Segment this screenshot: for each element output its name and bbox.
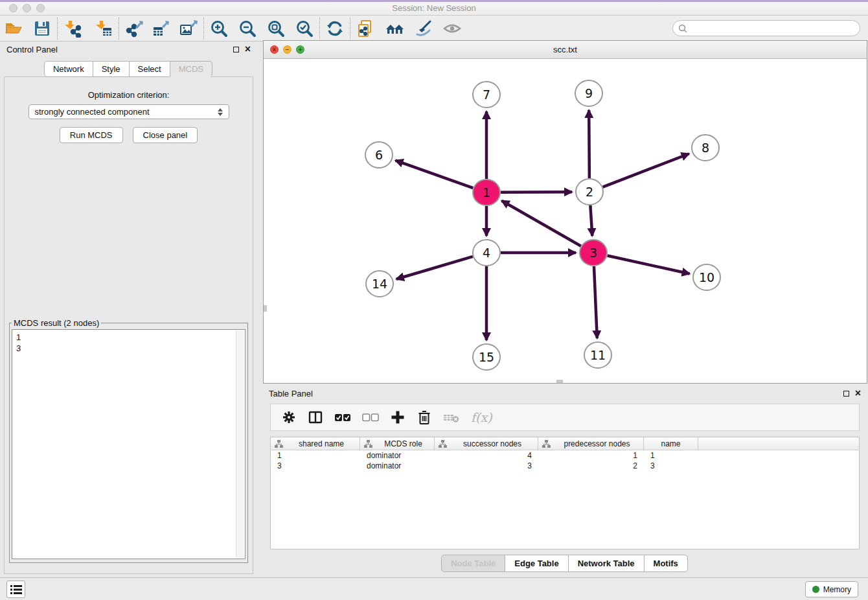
first-neighbors-icon[interactable]	[385, 19, 405, 38]
duplicate-network-icon[interactable]	[356, 19, 375, 38]
criterion-select[interactable]: strongly connected component	[29, 104, 229, 119]
vertical-scroll-thumb[interactable]	[264, 305, 267, 312]
select-all-columns-icon[interactable]	[334, 410, 351, 425]
mcds-result-line: 1	[16, 332, 241, 343]
graph-edge-1-6[interactable]	[395, 161, 473, 188]
tab-style[interactable]: Style	[93, 61, 130, 77]
result-scrollbar[interactable]	[236, 330, 244, 558]
control-panel-tabs: Network Style Select MCDS	[0, 61, 257, 77]
import-network-icon[interactable]	[63, 19, 82, 38]
graph-node-label: 3	[589, 246, 597, 260]
tab-edge-table[interactable]: Edge Table	[505, 555, 568, 572]
graph-edge-3-1[interactable]	[502, 201, 581, 246]
unselect-all-columns-icon[interactable]	[362, 410, 379, 425]
tab-motifs[interactable]: Motifs	[644, 555, 688, 572]
graph-edge-2-8[interactable]	[603, 154, 689, 187]
column-header-predecessor-nodes[interactable]: predecessor nodes	[538, 437, 644, 450]
float-panel-icon[interactable]	[233, 47, 239, 52]
cell-mcds-role[interactable]: dominator	[360, 451, 435, 460]
graph-edge-3-10[interactable]	[607, 255, 689, 273]
list-icon	[10, 584, 22, 595]
tab-network[interactable]: Network	[44, 61, 93, 77]
tab-node-table[interactable]: Node Table	[441, 555, 505, 572]
graph-node-label: 2	[586, 185, 593, 199]
application-window: Session: New Session	[0, 0, 868, 600]
main-toolbar	[0, 16, 868, 41]
memory-label: Memory	[823, 585, 851, 594]
column-header-shared-name[interactable]: shared name	[271, 437, 360, 450]
close-panel-button[interactable]: Close panel	[133, 127, 198, 143]
save-session-icon[interactable]	[32, 19, 52, 38]
table-row[interactable]: 3 dominator 3 2 3	[271, 461, 859, 471]
control-panel: Control Panel × Network Style Select MCD…	[0, 41, 257, 577]
table-header-row: shared name MCDS role successor nodes pr…	[271, 437, 859, 450]
cell-mcds-role[interactable]: dominator	[360, 461, 435, 470]
column-header-name[interactable]: name	[644, 437, 698, 450]
zoom-selected-icon[interactable]	[295, 19, 314, 38]
zoom-in-icon[interactable]	[209, 19, 229, 38]
search-box[interactable]	[672, 20, 860, 36]
table-row[interactable]: 1 dominator 4 1 1	[271, 450, 859, 461]
table-panel-header: Table Panel ×	[262, 386, 867, 401]
network-canvas[interactable]: 1234678910111415	[264, 59, 867, 383]
search-input[interactable]	[687, 23, 854, 33]
memory-button[interactable]: Memory	[805, 581, 858, 597]
task-history-button[interactable]	[6, 581, 25, 598]
horizontal-scroll-thumb[interactable]	[556, 380, 563, 383]
cell-name[interactable]: 1	[644, 451, 698, 460]
search-icon	[678, 24, 687, 33]
column-header-successor-nodes[interactable]: successor nodes	[435, 437, 538, 450]
export-table-icon[interactable]	[152, 19, 171, 38]
table-toolbar: f(x)	[270, 404, 860, 431]
tab-mcds[interactable]: MCDS	[170, 61, 212, 77]
graph-node-label: 7	[483, 87, 490, 102]
graph-edge-2-9[interactable]	[589, 110, 589, 178]
export-image-icon[interactable]	[179, 19, 198, 38]
cell-predecessor-nodes[interactable]: 2	[538, 461, 644, 470]
close-panel-icon[interactable]: ×	[245, 45, 251, 53]
float-table-panel-icon[interactable]	[843, 391, 849, 397]
table-settings-gear-icon[interactable]	[281, 410, 297, 425]
graph-edge-1-2[interactable]	[501, 192, 572, 192]
apply-layout-icon[interactable]	[325, 19, 345, 38]
delete-column-trash-icon[interactable]	[417, 410, 432, 425]
tab-select[interactable]: Select	[129, 61, 170, 77]
network-window-titlebar[interactable]: × − + scc.txt	[264, 41, 867, 59]
mcds-result-textarea[interactable]: 1 3	[12, 329, 246, 559]
column-type-icon	[542, 440, 551, 448]
zoom-fit-icon[interactable]	[266, 19, 286, 38]
select-spinner-icon	[218, 108, 223, 116]
tab-network-table[interactable]: Network Table	[568, 555, 645, 572]
hide-selected-eye-icon[interactable]	[442, 19, 462, 38]
import-table-icon[interactable]	[94, 19, 113, 38]
control-panel-header: Control Panel ×	[0, 41, 257, 57]
mcds-result-fieldset: MCDS result (2 nodes) 1 3	[9, 318, 248, 563]
cell-shared-name[interactable]: 3	[271, 461, 360, 470]
control-panel-title: Control Panel	[6, 45, 58, 54]
graph-node-label: 9	[585, 86, 593, 100]
toolbar-separator	[119, 17, 119, 40]
graph-edge-3-11[interactable]	[594, 266, 597, 338]
close-table-panel-icon[interactable]: ×	[855, 389, 861, 397]
cell-successor-nodes[interactable]: 4	[435, 451, 538, 460]
export-network-icon[interactable]	[124, 19, 144, 38]
cell-name[interactable]: 3	[644, 461, 698, 470]
add-column-icon[interactable]	[390, 410, 405, 425]
run-mcds-button[interactable]: Run MCDS	[60, 127, 123, 143]
cell-successor-nodes[interactable]: 3	[435, 461, 538, 470]
delete-table-icon	[443, 410, 460, 425]
graph-edge-2-3[interactable]	[590, 205, 592, 236]
column-type-icon	[364, 440, 372, 448]
graph-edge-4-14[interactable]	[396, 257, 473, 279]
cell-predecessor-nodes[interactable]: 1	[538, 451, 644, 460]
annotation-brush-icon[interactable]	[414, 19, 433, 38]
table-panel-tabs: Node Table Edge Table Network Table Moti…	[262, 555, 867, 572]
split-panel-icon[interactable]	[308, 410, 323, 425]
column-header-mcds-role[interactable]: MCDS role	[360, 437, 435, 450]
titlebar: Session: New Session	[0, 0, 868, 16]
zoom-out-icon[interactable]	[238, 19, 257, 38]
graph-node-label: 4	[483, 246, 490, 260]
cell-shared-name[interactable]: 1	[271, 451, 360, 460]
mcds-tab-content: Optimization criterion: strongly connect…	[4, 76, 253, 574]
open-file-icon[interactable]	[4, 19, 23, 38]
